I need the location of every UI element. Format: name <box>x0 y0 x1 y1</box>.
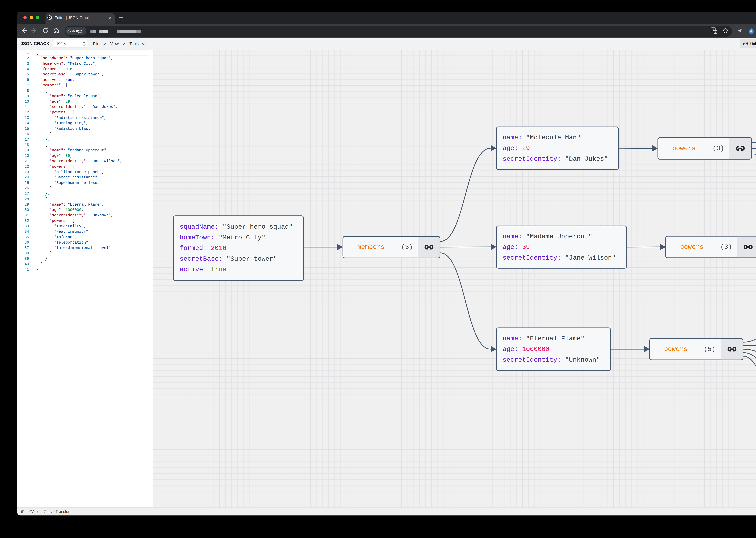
svg-text:name: "Madame Uppercut": name: "Madame Uppercut" <box>503 233 592 240</box>
svg-text:(3): (3) <box>401 243 413 251</box>
svg-text:members: members <box>357 243 385 251</box>
svg-text:age: 1000000: age: 1000000 <box>503 346 550 353</box>
svg-text:secretIdentity: "Jane Wilson": secretIdentity: "Jane Wilson" <box>503 254 616 261</box>
svg-text:secretIdentity: "Dan Jukes": secretIdentity: "Dan Jukes" <box>503 155 608 163</box>
svg-text:age: 39: age: 39 <box>503 243 530 251</box>
svg-text:active: true: active: true <box>180 266 227 273</box>
svg-text:homeTown: "Metro City": homeTown: "Metro City" <box>180 234 265 241</box>
svg-text:squadName: "Super hero squad": squadName: "Super hero squad" <box>180 223 293 231</box>
svg-text:name: "Molecule Man": name: "Molecule Man" <box>503 134 581 141</box>
svg-text:secretIdentity: "Unknown": secretIdentity: "Unknown" <box>503 356 600 363</box>
svg-text:name: "Eternal Flame": name: "Eternal Flame" <box>503 335 584 342</box>
svg-text:(5): (5) <box>704 346 715 353</box>
svg-text:formed: 2016: formed: 2016 <box>180 244 227 252</box>
svg-text:powers: powers <box>664 346 687 353</box>
svg-text:powers: powers <box>680 243 704 251</box>
svg-text:secretBase: "Super tower": secretBase: "Super tower" <box>180 255 277 262</box>
svg-text:(3): (3) <box>720 243 732 251</box>
svg-text:powers: powers <box>672 145 696 152</box>
svg-text:(3): (3) <box>713 145 724 152</box>
svg-text:age: 29: age: 29 <box>503 144 530 152</box>
